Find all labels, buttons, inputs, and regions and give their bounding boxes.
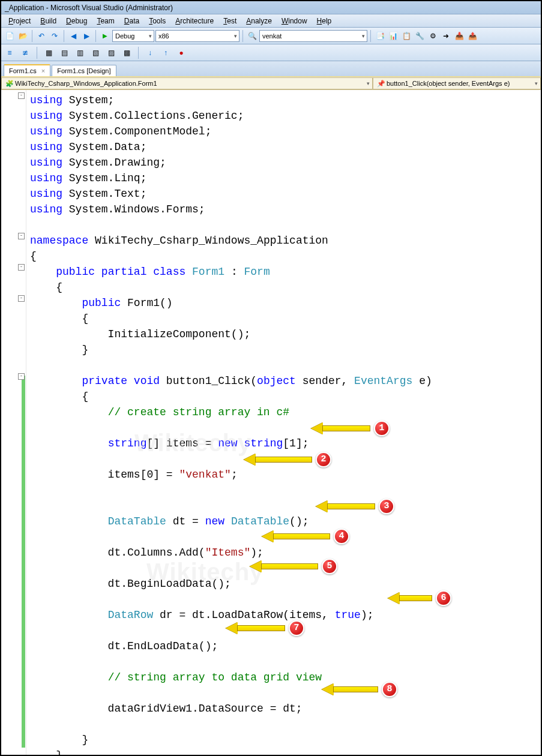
code-line[interactable]: { — [30, 280, 541, 295]
tool-icon-1[interactable]: 📑 — [374, 30, 386, 42]
code-line[interactable]: dt.BeginLoadData(); — [30, 576, 541, 592]
layout-icon-4[interactable]: ▧ — [89, 47, 101, 59]
code-line[interactable]: - private void button1_Click(object send… — [30, 373, 541, 389]
tool-icon-8[interactable]: 📤 — [466, 30, 478, 42]
code-line[interactable]: using System.ComponentModel; — [30, 124, 541, 139]
tool-icon-2[interactable]: 📊 — [387, 30, 399, 42]
member-dropdown[interactable]: 📌 button1_Click(object sender, EventArgs… — [373, 77, 541, 89]
code-line[interactable]: } — [30, 732, 541, 748]
fold-toggle-icon[interactable]: - — [18, 233, 25, 239]
open-icon[interactable]: 📂 — [17, 30, 29, 42]
code-area[interactable]: -using System;using System.Collections.G… — [26, 90, 541, 755]
window-title-bar: _Application - Microsoft Visual Studio (… — [1, 1, 541, 14]
fold-toggle-icon[interactable]: - — [18, 264, 25, 271]
code-line[interactable] — [30, 592, 541, 607]
code-line[interactable]: -namespace WikiTechy_Csharp_Windows_Appl… — [30, 233, 541, 248]
tool-icon-7[interactable]: 📥 — [453, 30, 465, 42]
code-line[interactable]: // string array to data grid view — [30, 670, 541, 685]
start-debug-icon[interactable]: ▶ — [99, 30, 111, 42]
redo-icon[interactable]: ↷ — [49, 30, 61, 42]
code-line[interactable]: using System.Drawing; — [30, 155, 541, 170]
code-line[interactable]: InitializeComponent(); — [30, 326, 541, 342]
tool-icon-3[interactable]: 📋 — [400, 30, 412, 42]
menu-data[interactable]: Data — [119, 16, 144, 26]
code-line[interactable]: // create string array in c# — [30, 404, 541, 420]
code-line[interactable]: -using System; — [30, 92, 541, 108]
code-line[interactable] — [30, 451, 541, 467]
code-line[interactable]: dataGridView1.DataSource = dt; — [30, 701, 541, 716]
tab-form1-cs--design-[interactable]: Form1.cs [Design] — [52, 65, 116, 76]
menu-debug[interactable]: Debug — [61, 16, 92, 26]
config-dropdown[interactable]: Debug — [112, 30, 154, 42]
menu-team[interactable]: Team — [92, 16, 119, 26]
menu-project[interactable]: Project — [4, 16, 35, 26]
layout-icon-3[interactable]: ▥ — [74, 47, 86, 59]
code-line[interactable] — [30, 420, 541, 436]
code-line[interactable]: { — [30, 389, 541, 404]
uncomment-icon[interactable]: ≢ — [19, 47, 31, 59]
find-dropdown[interactable]: venkat — [259, 30, 367, 42]
code-line[interactable] — [30, 217, 541, 233]
menu-test[interactable]: Test — [218, 16, 241, 26]
nav-fwd-icon[interactable]: ▶ — [80, 30, 92, 42]
code-line[interactable]: - public partial class Form1 : Form — [30, 264, 541, 280]
breakpoint-icon[interactable]: ● — [175, 47, 187, 59]
code-line[interactable]: } — [30, 748, 541, 756]
layout-icon-5[interactable]: ▨ — [105, 47, 117, 59]
fold-toggle-icon[interactable]: - — [18, 373, 25, 380]
step-out-icon[interactable]: ↑ — [160, 47, 172, 59]
menu-bar: ProjectBuildDebugTeamDataToolsArchitectu… — [1, 14, 541, 28]
tool-icon-5[interactable]: ⚙ — [427, 30, 439, 42]
comment-icon[interactable]: ≡ — [4, 47, 16, 59]
add-item-icon[interactable]: 📄 — [4, 30, 16, 42]
navigation-bar: 🧩 WikiTechy_Csharp_Windows_Application.F… — [1, 77, 541, 90]
menu-tools[interactable]: Tools — [144, 16, 170, 26]
code-line[interactable] — [30, 654, 541, 670]
code-line[interactable]: items[0] = "venkat"; — [30, 467, 541, 482]
undo-icon[interactable]: ↶ — [35, 30, 47, 42]
layout-icon-1[interactable]: ▦ — [43, 47, 55, 59]
code-line[interactable]: using System.Collections.Generic; — [30, 108, 541, 124]
code-line[interactable] — [30, 482, 541, 498]
platform-dropdown[interactable]: x86 — [155, 30, 239, 42]
code-line[interactable]: - public Form1() — [30, 295, 541, 311]
code-line[interactable] — [30, 716, 541, 732]
code-line[interactable]: string[] items = new string[1]; — [30, 436, 541, 451]
code-line[interactable] — [30, 623, 541, 638]
code-line[interactable]: { — [30, 248, 541, 264]
code-line[interactable]: dt.EndLoadData(); — [30, 638, 541, 654]
code-line[interactable]: using System.Data; — [30, 139, 541, 155]
code-line[interactable] — [30, 685, 541, 701]
code-line[interactable] — [30, 358, 541, 373]
code-line[interactable]: DataTable dt = new DataTable(); — [30, 514, 541, 529]
scope-dropdown[interactable]: 🧩 WikiTechy_Csharp_Windows_Application.F… — [1, 77, 373, 89]
code-line[interactable] — [30, 560, 541, 576]
layout-icon-2[interactable]: ▤ — [58, 47, 70, 59]
menu-help[interactable]: Help — [312, 16, 337, 26]
fold-toggle-icon[interactable]: - — [18, 295, 25, 302]
menu-analyze[interactable]: Analyze — [241, 16, 277, 26]
code-line[interactable]: using System.Windows.Forms; — [30, 202, 541, 217]
code-line[interactable] — [30, 498, 541, 514]
code-line[interactable]: } — [30, 342, 541, 358]
code-line[interactable]: using System.Linq; — [30, 170, 541, 186]
menu-architecture[interactable]: Architecture — [170, 16, 218, 26]
tool-icon-6[interactable]: ➜ — [440, 30, 452, 42]
code-line[interactable]: dt.Columns.Add("Items"); — [30, 545, 541, 560]
close-icon[interactable]: × — [41, 67, 45, 74]
separator — [95, 30, 96, 42]
layout-icon-6[interactable]: ▩ — [121, 47, 133, 59]
fold-toggle-icon[interactable]: - — [18, 92, 25, 99]
step-icon[interactable]: ↓ — [144, 47, 156, 59]
tab-form1-cs[interactable]: Form1.cs× — [4, 64, 50, 76]
menu-build[interactable]: Build — [35, 16, 61, 26]
find-icon[interactable]: 🔍 — [246, 30, 258, 42]
code-line[interactable] — [30, 529, 541, 545]
tool-icon-4[interactable]: 🔧 — [414, 30, 426, 42]
code-line[interactable]: using System.Text; — [30, 186, 541, 202]
code-line[interactable]: { — [30, 311, 541, 326]
code-editor[interactable]: -using System;using System.Collections.G… — [1, 90, 541, 755]
code-line[interactable]: DataRow dr = dt.LoadDataRow(items, true)… — [30, 607, 541, 623]
menu-window[interactable]: Window — [277, 16, 312, 26]
nav-back-icon[interactable]: ◀ — [67, 30, 79, 42]
